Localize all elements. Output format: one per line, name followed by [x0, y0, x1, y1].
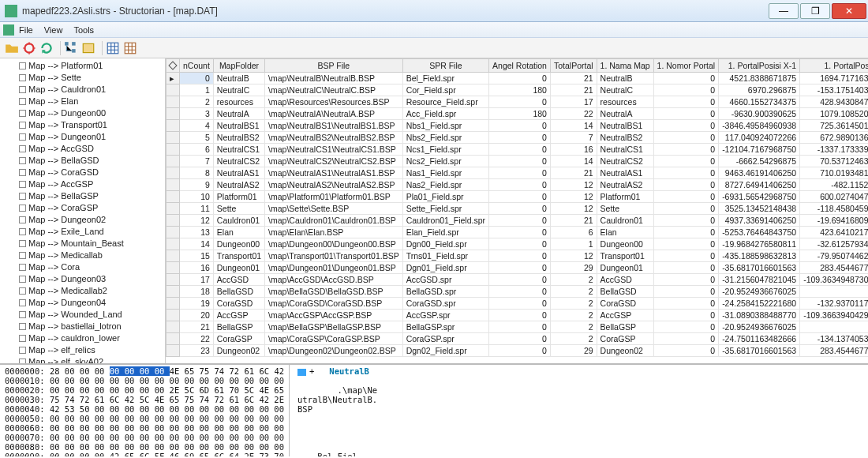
tree-item[interactable]: Map --> Cora [0, 261, 165, 273]
titlebar: mapedf223.2Asli.strs - Structorian - [ma… [0, 0, 868, 22]
tree-item[interactable]: Map --> elf_relics [0, 344, 165, 356]
grid2-icon[interactable] [123, 41, 137, 55]
table-row[interactable]: 1NeutralC\map\NeutralC\NeutralC.BSPCor_F… [166, 84, 869, 96]
col-header[interactable]: 1. PortalPosisi Y-1 [800, 59, 868, 73]
data-grid[interactable]: nCountMapFolderBSP FileSPR FileAngel Rot… [166, 58, 868, 357]
table-row[interactable]: 16Dungeon01\map\Dungeon01\Dungeon01.BSPD… [166, 262, 869, 274]
table-row[interactable]: 9NeutralAS2\map\NeutralAS2\NeutralAS2.BS… [166, 179, 869, 191]
table-row[interactable]: 21BellaGSP\map\BellaGSP\BellaGSP.BSPBell… [166, 321, 869, 333]
tree-item[interactable]: Map --> Elan [0, 96, 165, 107]
svg-rect-4 [83, 43, 94, 52]
hex-icon[interactable] [81, 41, 95, 55]
col-header[interactable]: MapFolder [213, 59, 264, 73]
table-row[interactable]: 4NeutralBS1\map\NeutralBS1\NeutralBS1.BS… [166, 120, 869, 132]
hex-bytes[interactable]: 0000000: 28 00 00 00 00 00 00 00 4E 65 7… [0, 365, 289, 456]
tree-item[interactable]: Map --> cauldron_lower [0, 332, 165, 344]
table-row[interactable]: 8NeutralAS1\map\NeutralAS1\NeutralAS1.BS… [166, 167, 869, 179]
tree-item[interactable]: Map --> Dungeon00 [0, 107, 165, 119]
app-icon [5, 5, 17, 17]
tree-item[interactable]: Map --> Sette [0, 72, 165, 84]
table-row[interactable]: 3NeutralA\map\NeutralA\NeutralA.BSPAcc_F… [166, 108, 869, 120]
col-header[interactable]: 1. Nomor Portal [653, 59, 719, 73]
table-row[interactable]: 10Platform01\map\Platform01\Platform01.B… [166, 191, 869, 203]
tree-item[interactable]: Map --> CoraGSP [0, 202, 165, 214]
table-row[interactable]: 22CoraGSP\map\CoraGSP\CoraGSP.BSPCoraGSP… [166, 333, 869, 345]
svg-rect-5 [107, 43, 118, 54]
tree-item[interactable]: Map --> Cauldron01 [0, 84, 165, 96]
table-row[interactable]: 19CoraGSD\map\CoraGSD\CoraGSD.BSPCoraGSD… [166, 298, 869, 310]
table-row[interactable]: 13Elan\map\Elan\Elan.BSPElan_Field.spr06… [166, 227, 869, 238]
maximize-button[interactable]: ❐ [800, 3, 830, 19]
col-header[interactable]: 1. Nama Map [597, 59, 653, 73]
table-row[interactable]: 12Cauldron01\map\Cauldron01\Cauldron01.B… [166, 215, 869, 227]
svg-point-0 [24, 43, 33, 52]
toolbar [0, 38, 868, 58]
grid1-icon[interactable] [106, 41, 120, 55]
table-row[interactable]: 14Dungeon00\map\Dungeon00\Dungeon00.BSPD… [166, 238, 869, 250]
diamond-icon [168, 61, 177, 69]
grid-panel[interactable]: nCountMapFolderBSP FileSPR FileAngel Rot… [166, 58, 868, 363]
tree-item[interactable]: Map --> Dungeon03 [0, 273, 165, 285]
tree-item[interactable]: Map --> Wounded_Land [0, 309, 165, 321]
tree-item[interactable]: Map --> Medicallab2 [0, 285, 165, 297]
table-row[interactable]: 2resources\map\Resources\Resources.BSPRe… [166, 96, 869, 108]
table-row[interactable]: 5NeutralBS2\map\NeutralBS2\NeutralBS2.BS… [166, 132, 869, 144]
svg-rect-3 [72, 49, 76, 53]
menu-view[interactable]: View [44, 25, 63, 35]
svg-rect-1 [65, 42, 69, 46]
tree-icon[interactable] [64, 41, 78, 55]
table-row[interactable]: 7NeutralCS2\map\NeutralCS2\NeutralCS2.BS… [166, 156, 869, 167]
tree-panel[interactable]: Map --> Platform01Map --> SetteMap --> C… [0, 58, 166, 363]
table-row[interactable]: 20AccGSP\map\AccGSP\AccGSP.BSPAccGSP.spr… [166, 310, 869, 321]
table-row[interactable]: 18BellaGSD\map\BellaGSD\BellaGSD.BSPBell… [166, 286, 869, 298]
table-row[interactable]: 17AccGSD\map\AccGSD\AccGSD.BSPAccGSD.spr… [166, 274, 869, 286]
app-menu-icon[interactable] [3, 24, 14, 36]
col-header[interactable]: Angel Rotation [489, 59, 551, 73]
close-button[interactable]: ✕ [832, 3, 866, 19]
table-row[interactable]: 6NeutralCS1\map\NeutralCS1\NeutralCS1.BS… [166, 144, 869, 156]
refresh-icon[interactable] [39, 41, 54, 55]
menu-tools[interactable]: Tools [73, 25, 94, 35]
tree-item[interactable]: Map --> CoraGSD [0, 167, 165, 178]
svg-rect-2 [72, 42, 76, 46]
col-header[interactable]: 1. PortalPosisi X-1 [719, 59, 800, 73]
col-header[interactable]: nCount [180, 59, 214, 73]
tree-item[interactable]: Map --> Dungeon01 [0, 131, 165, 143]
tree-item[interactable]: Map --> AccGSP [0, 178, 165, 190]
col-header[interactable]: BSP File [265, 59, 403, 73]
tree-item[interactable]: Map --> bastiellai_lotron [0, 321, 165, 332]
tree-item[interactable]: Map --> Exile_Land [0, 226, 165, 238]
tree-item[interactable]: Map --> Transport01 [0, 119, 165, 131]
tree-item[interactable]: Map --> elf_skyA02 [0, 356, 165, 363]
table-row[interactable]: 15Transport01\map\Transport01\Transport0… [166, 250, 869, 262]
table-row[interactable]: ▸0NeutralB\map\NeutralB\NeutralB.BSPBel_… [166, 73, 869, 84]
svg-rect-6 [125, 43, 136, 54]
tree-item[interactable]: Map --> Platform01 [0, 60, 165, 72]
table-row[interactable]: 11Sette\map\Sette\Sette.BSPSette_Field.s… [166, 203, 869, 215]
tree-item[interactable]: Map --> Dungeon02 [0, 214, 165, 226]
menubar: File View Tools [0, 22, 868, 38]
tree-item[interactable]: Map --> Mountain_Beast [0, 238, 165, 250]
tree-item[interactable]: Map --> BellaGSP [0, 190, 165, 202]
hex-ascii: + NeutralB .\map\Ne utralB\NeutralB. BSP… [289, 365, 385, 456]
hex-panel: 0000000: 28 00 00 00 00 00 00 00 4E 65 7… [0, 363, 868, 456]
minimize-button[interactable]: — [769, 3, 799, 19]
open-icon[interactable] [5, 41, 19, 55]
tree-item[interactable]: Map --> Dungeon04 [0, 297, 165, 309]
col-header[interactable]: TotalPortal [550, 59, 597, 73]
target-icon[interactable] [22, 41, 36, 55]
tree-item[interactable]: Map --> AccGSD [0, 143, 165, 155]
table-row[interactable]: 23Dungeon02\map\Dungeon02\Dungeon02.BSPD… [166, 345, 869, 357]
tree-item[interactable]: Map --> Medicallab [0, 250, 165, 261]
menu-file[interactable]: File [19, 25, 33, 35]
col-header[interactable]: SPR File [402, 59, 488, 73]
window-title: mapedf223.2Asli.strs - Structorian - [ma… [22, 6, 769, 17]
tree-item[interactable]: Map --> BellaGSD [0, 155, 165, 167]
